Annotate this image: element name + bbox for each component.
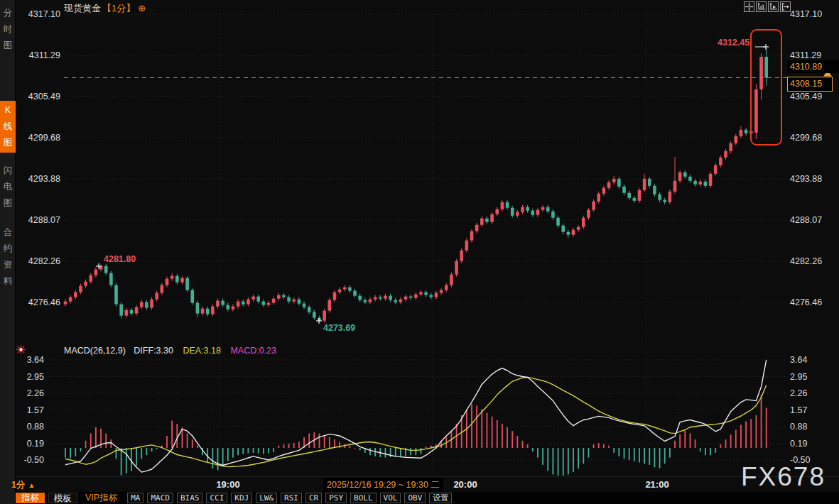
- macd-histogram-bar: [319, 434, 320, 448]
- macd-value: MACD:0.23: [230, 346, 276, 356]
- reset-scale-icon[interactable]: [780, 1, 791, 12]
- tab-char: 分: [4, 5, 13, 21]
- candle-body: [338, 290, 342, 292]
- price-axis-label-right: 4288.07: [790, 214, 822, 226]
- toolbar-item-OBV[interactable]: OBV: [404, 493, 426, 503]
- tab-char: 图: [4, 195, 13, 212]
- price-axis-label-right: 4299.68: [790, 132, 822, 143]
- candle-body: [556, 218, 560, 226]
- macd-axis-label-right: 0.19: [790, 438, 807, 449]
- toolbar-item-KDJ[interactable]: KDJ: [231, 493, 252, 503]
- macd-histogram-bar: [90, 434, 92, 448]
- candle-body: [364, 300, 367, 302]
- candle-body: [735, 136, 738, 143]
- macd-histogram-bar: [588, 448, 590, 458]
- candle-body: [714, 165, 718, 174]
- macd-histogram-bar: [745, 422, 747, 448]
- candle-body: [298, 300, 301, 304]
- candle-body: [683, 172, 687, 177]
- macd-histogram-bar: [116, 448, 117, 459]
- macd-histogram-bar: [476, 405, 477, 448]
- toolbar-item-CCI[interactable]: CCI: [206, 493, 227, 503]
- sidebar-tab-lightning-chart[interactable]: 闪电图: [0, 161, 16, 213]
- macd-histogram-bar: [426, 447, 427, 448]
- macd-histogram-bar: [227, 448, 229, 461]
- toolbar-item-LW&[interactable]: LW&: [256, 493, 277, 503]
- macd-histogram-bar: [131, 448, 132, 471]
- macd-histogram-bar: [421, 448, 422, 454]
- macd-histogram-bar: [253, 448, 254, 453]
- candle-body: [506, 202, 509, 208]
- period-selector[interactable]: 1分▲: [11, 479, 35, 491]
- candle-body: [638, 190, 642, 201]
- candle-body: [201, 309, 205, 314]
- toolbar-item-RSI[interactable]: RSI: [281, 493, 302, 503]
- sidebar-tab-contract-info[interactable]: 合约资料: [0, 223, 16, 291]
- candle-body: [161, 285, 164, 293]
- candle-body: [394, 300, 397, 302]
- candle-body: [475, 225, 479, 231]
- price-axis-label-left: 4317.10: [18, 9, 60, 20]
- candle-body: [150, 300, 153, 308]
- macd-histogram-bar: [735, 429, 737, 448]
- candle-body: [490, 214, 494, 222]
- toolbar-item-CR[interactable]: CR: [305, 493, 322, 503]
- toolbar-item-MA[interactable]: MA: [127, 493, 144, 503]
- macd-histogram-bar: [156, 448, 158, 449]
- macd-histogram-bar: [288, 444, 290, 448]
- sidebar-tab-time-chart[interactable]: 分时图: [0, 4, 16, 55]
- candle-body: [69, 297, 72, 302]
- candle-body: [455, 261, 458, 275]
- candle-body: [633, 198, 637, 201]
- candle-body: [166, 279, 169, 285]
- macd-histogram-bar: [141, 448, 142, 459]
- macd-histogram-bar: [502, 424, 503, 448]
- macd-histogram-bar: [85, 441, 87, 448]
- toolbar-item-MACD[interactable]: MACD: [147, 493, 173, 503]
- macd-histogram-bar: [537, 448, 538, 458]
- candle-body: [145, 302, 148, 308]
- macd-axis-label-left: 0.88: [9, 421, 44, 432]
- toolbar-item-模板[interactable]: 模板: [48, 493, 77, 503]
- macd-histogram-bar: [511, 431, 513, 448]
- candle-body: [414, 295, 418, 298]
- axis-right-scale-icon[interactable]: [768, 1, 779, 12]
- toolbar-item-设置[interactable]: 设置: [429, 493, 452, 503]
- macd-histogram-bar: [385, 448, 386, 458]
- candle-body: [374, 297, 377, 300]
- axis-left-scale-icon[interactable]: [756, 1, 767, 12]
- add-compare-icon[interactable]: ⊕: [138, 3, 146, 13]
- session-high-tag: 4310.89: [787, 60, 839, 73]
- macd-diff-value: DIFF:3.30: [134, 346, 173, 356]
- macd-histogram-bar: [263, 448, 264, 454]
- candle-body: [592, 202, 595, 210]
- macd-histogram-bar: [674, 441, 676, 448]
- toolbar-item-BOLL[interactable]: BOLL: [350, 493, 377, 503]
- alert-icon[interactable]: [16, 345, 26, 354]
- candle-body: [678, 172, 682, 181]
- candle-body: [480, 219, 484, 225]
- candle-body: [343, 287, 347, 290]
- toolbar-item-BIAS[interactable]: BIAS: [177, 493, 203, 503]
- candle-body: [465, 241, 469, 251]
- price-extreme-annotation: 4281.80: [104, 254, 136, 264]
- macd-histogram-bar: [695, 439, 696, 448]
- macd-histogram-bar: [176, 424, 178, 448]
- toolbar-item-PSY[interactable]: PSY: [325, 493, 347, 503]
- toolbar-item-指标[interactable]: 指标: [16, 493, 45, 503]
- candle-body: [277, 295, 281, 299]
- candle-body: [688, 177, 692, 181]
- candle-body: [653, 186, 656, 195]
- toolbar-item-VOL[interactable]: VOL: [380, 493, 401, 503]
- macd-histogram-bar: [634, 448, 635, 461]
- macd-histogram-bar: [618, 448, 619, 456]
- crosshair-icon[interactable]: [744, 1, 754, 12]
- sidebar-tab-kline-chart[interactable]: K线图: [0, 101, 16, 153]
- macd-histogram-bar: [258, 448, 259, 453]
- candle-body: [602, 188, 606, 194]
- toolbar-item-VIP指标[interactable]: VIP指标: [81, 493, 121, 503]
- symbol-name: 现货黄金: [64, 3, 101, 13]
- price-macd-chart[interactable]: [0, 0, 839, 504]
- macd-histogram-bar: [344, 444, 345, 448]
- candle-body: [389, 296, 392, 300]
